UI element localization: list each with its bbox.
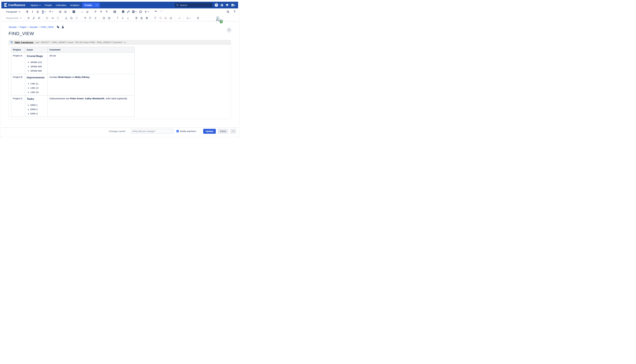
create-more-button[interactable]: ••• [94, 2, 100, 8]
macro-name[interactable]: Table Transformer [14, 41, 34, 44]
project-cell[interactable]: Project C [11, 96, 25, 117]
unlock-icon[interactable] [62, 26, 64, 28]
breadcrumb-link[interactable]: Pages [20, 26, 26, 28]
update-button[interactable]: Update [203, 129, 216, 134]
issue-title: Improvements [27, 76, 46, 79]
copy-row-icon[interactable] [50, 16, 55, 20]
split-cells-icon[interactable] [106, 16, 112, 20]
header-row-icon[interactable] [134, 16, 139, 20]
align-center-button[interactable] [98, 10, 104, 14]
outdent-button[interactable] [80, 10, 85, 14]
cut-icon[interactable] [64, 16, 69, 20]
change-comment-input[interactable] [131, 129, 174, 134]
notify-watchers-checkbox[interactable]: Notify watchers [176, 130, 196, 133]
search-box[interactable] [174, 2, 212, 8]
issue-item: LNK-19 [30, 91, 46, 94]
insert-row-above-icon[interactable] [26, 16, 31, 20]
project-cell[interactable]: Project B [11, 74, 25, 96]
header-column-icon[interactable] [139, 16, 144, 20]
bullet-list-button[interactable] [58, 10, 63, 14]
profile-broken-image[interactable]: Profile A [216, 16, 225, 22]
merge-cells-icon[interactable] [101, 16, 106, 20]
align-cell-top-icon[interactable] [115, 16, 120, 20]
help-icon[interactable]: ? [215, 3, 218, 7]
close-button[interactable]: Close [218, 129, 228, 134]
avatar[interactable]: P [231, 4, 235, 6]
redo-button[interactable] [158, 10, 164, 14]
checkbox-checked-icon[interactable] [176, 130, 179, 132]
data-table[interactable]: ProjectIssueComment Project ACrucial Bug… [11, 47, 134, 117]
highlight-color-button[interactable] [47, 10, 54, 14]
emoji-button[interactable] [138, 10, 143, 14]
labels-tag-icon[interactable] [56, 26, 60, 28]
comment-text: Subcontractors are [50, 97, 70, 100]
chevron-down-icon [20, 18, 22, 19]
table-row[interactable]: Project CTasksERR-1ERR-2ERR-3Subcontract… [11, 96, 134, 117]
table-transformer-macro[interactable]: Table Transformer | sql = SELECT *, FIND… [8, 40, 231, 119]
megaphone-icon[interactable] [226, 4, 229, 7]
breadcrumb-link[interactable]: Sample [30, 26, 38, 28]
delete-column-icon[interactable] [93, 16, 98, 20]
align-right-button[interactable] [104, 10, 109, 14]
pivot-table-icon[interactable] [158, 16, 163, 20]
chevron-down-icon [19, 11, 20, 12]
chart-from-table-icon[interactable] [163, 16, 168, 20]
insert-more-button[interactable] [143, 10, 150, 14]
table-row[interactable]: Project ACrucial BugsSPAM-123SPAM-345SPA… [11, 53, 134, 74]
insert-column-right-icon[interactable] [88, 16, 93, 20]
add-page-button[interactable]: + [226, 28, 232, 32]
breadcrumb-link[interactable]: Sample [8, 26, 17, 28]
insert-row-below-icon[interactable] [31, 16, 36, 20]
breadcrumb-link[interactable]: FIND_VIEW [41, 26, 54, 28]
footer-more-button[interactable]: ••• [230, 129, 236, 134]
text-color-button[interactable]: A [40, 10, 47, 14]
issue-cell[interactable]: ImprovementsLNK-11LNK-12LNK-19 [25, 74, 48, 96]
project-cell[interactable]: Project A [11, 53, 25, 74]
insert-image-button[interactable] [120, 10, 126, 14]
page-layout-button[interactable] [112, 10, 117, 14]
task-list-button[interactable] [71, 10, 76, 14]
nav-item-spaces[interactable]: Spaces [29, 3, 42, 7]
undo-button[interactable] [153, 10, 158, 14]
numbered-list-button[interactable]: 1 2 3 [63, 10, 68, 14]
align-left-button[interactable] [93, 10, 98, 14]
copy-icon[interactable] [69, 16, 74, 20]
comment-cell[interactable]: Contact Brad Hayes or Molly Gibney. [48, 74, 134, 96]
insert-column-left-icon[interactable] [82, 16, 88, 20]
paste-row-icon[interactable] [55, 16, 60, 20]
table-settings-icon[interactable] [176, 16, 182, 20]
gear-icon[interactable] [220, 4, 224, 7]
underline-button[interactable]: U [35, 10, 40, 14]
cell-fill-color-button[interactable] [185, 16, 192, 20]
align-cell-bottom-icon[interactable] [125, 16, 130, 20]
nav-item-analytics[interactable]: Analytics [68, 3, 81, 7]
confluence-logo[interactable]: Confluence [4, 3, 25, 7]
editor-help-icon[interactable]: ? [234, 10, 235, 13]
paste-icon[interactable] [74, 16, 79, 20]
indent-button[interactable] [85, 10, 90, 14]
table-row[interactable]: Project BImprovementsLNK-11LNK-12LNK-19C… [11, 74, 134, 96]
nav-item-people[interactable]: People [43, 3, 54, 7]
nav-item-calendars[interactable]: Calendars [54, 3, 68, 7]
delete-row-icon[interactable] [36, 16, 42, 20]
paragraph-style-select[interactable]: Paragraph [5, 10, 22, 14]
add-chart-icon[interactable] [168, 16, 174, 20]
align-cell-middle-icon[interactable] [120, 16, 125, 20]
cut-row-icon[interactable] [45, 16, 50, 20]
issue-cell[interactable]: Crucial BugsSPAM-123SPAM-345SPAM-400 [25, 53, 48, 74]
italic-button[interactable]: I [30, 10, 35, 14]
comment-cell[interactable]: All set [48, 53, 134, 74]
footer-row-icon[interactable] [144, 16, 149, 20]
clear-table-formatting-icon[interactable] [195, 16, 200, 20]
comment-cell[interactable]: Subcontractors are Peter Green, Cathy Wo… [48, 96, 134, 117]
table-mode-select[interactable]: Responsive [5, 16, 23, 20]
bold-button[interactable]: B [25, 10, 30, 14]
insert-link-button[interactable] [126, 10, 131, 14]
search-input[interactable] [180, 4, 211, 6]
create-button[interactable]: Create [82, 2, 94, 8]
filter-table-icon[interactable] [152, 16, 158, 20]
insert-table-button[interactable] [131, 10, 138, 14]
macro-header[interactable]: Table Transformer | sql = SELECT *, FIND… [9, 40, 231, 45]
find-in-page-icon[interactable] [226, 10, 230, 14]
issue-cell[interactable]: TasksERR-1ERR-2ERR-3 [25, 96, 48, 117]
